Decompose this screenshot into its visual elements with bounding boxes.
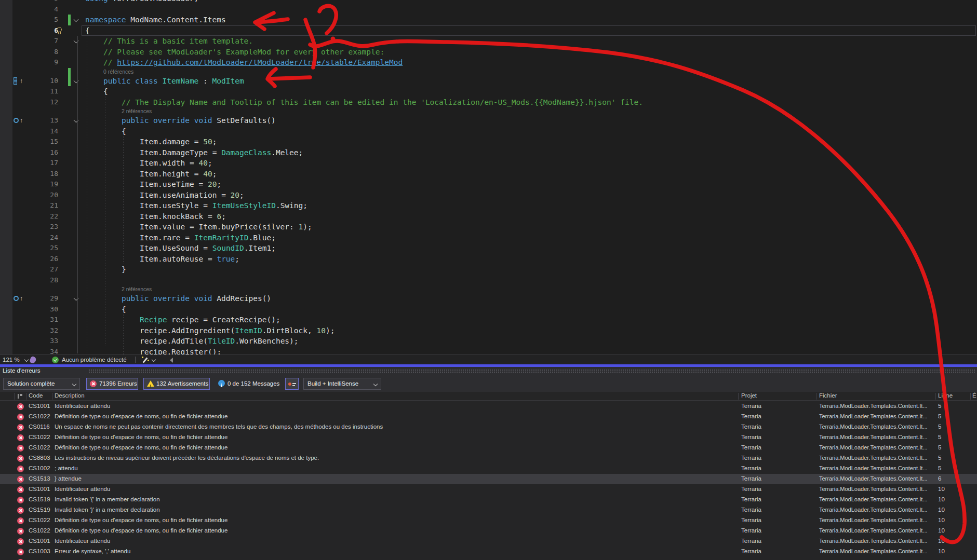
errors-filter-button[interactable]: 71396 Erreurs [86, 378, 138, 390]
column-header-code[interactable]: Code [29, 392, 43, 399]
column-separator[interactable] [26, 393, 26, 400]
line-number: 23 [30, 222, 58, 233]
code-token: Terraria.ModLoader; [112, 0, 198, 3]
error-line: 5 [938, 444, 941, 450]
error-row[interactable] [0, 557, 977, 560]
line-number: 30 [30, 304, 58, 315]
line-number: 14 [30, 126, 58, 137]
error-icon [17, 403, 24, 410]
fold-chevron-icon[interactable] [74, 18, 78, 22]
code-token: 40 [203, 170, 212, 178]
override-indicator-icon[interactable]: ↑ [14, 294, 27, 303]
line-number: 16 [30, 147, 58, 158]
error-row[interactable]: CS1519Invalid token '{' in a member decl… [0, 495, 977, 505]
column-header-fichier[interactable]: Fichier [819, 392, 837, 399]
warnings-filter-button[interactable]: 132 Avertissements [143, 378, 210, 390]
code-line: 28 [0, 275, 977, 286]
chevron-down-icon[interactable] [25, 358, 29, 361]
info-icon [218, 380, 225, 387]
error-description: Définition de type ou d'espace de noms, … [55, 434, 227, 440]
column-header-[interactable]: É [972, 392, 976, 399]
pen-shape [142, 357, 148, 363]
filter-button[interactable] [285, 378, 299, 390]
error-row[interactable]: CS1022Définition de type ou d'espace de … [0, 412, 977, 422]
error-row[interactable]: CS1519Invalid token '}' in a member decl… [0, 505, 977, 515]
up-arrow-icon: ↑ [20, 116, 23, 125]
chevron-down-icon[interactable] [152, 358, 156, 361]
scroll-left-arrow[interactable] [170, 358, 173, 363]
error-row[interactable]: CS1022Définition de type ou d'espace de … [0, 432, 977, 443]
error-row[interactable]: CS1001Identificateur attenduTerrariaTerr… [0, 536, 977, 547]
code-cleanup-icon[interactable] [142, 357, 149, 363]
column-separator[interactable] [970, 393, 971, 400]
zoom-level-dropdown[interactable]: 121 % [3, 355, 20, 364]
error-row[interactable]: CS1022Définition de type ou d'espace de … [0, 443, 977, 453]
divider [135, 357, 136, 363]
error-row[interactable]: CS1001Identificateur attenduTerrariaTerr… [0, 401, 977, 412]
code-token: Item.autoReuse = [140, 255, 217, 263]
error-code: CS1022 [29, 517, 50, 523]
code-text: recipe.AddTile(TileID.WorkBenches); [140, 336, 299, 347]
codelens-references-link[interactable]: 2 références [122, 108, 152, 114]
messages-filter-button[interactable]: 0 de 152 Messages [215, 378, 283, 390]
code-token: ); [326, 326, 334, 335]
error-description: Définition de type ou d'espace de noms, … [55, 413, 227, 419]
inheritance-indicator-icon[interactable]: ↑ [14, 77, 27, 85]
line-number: 21 [30, 200, 58, 211]
lightbulb-icon[interactable] [56, 27, 63, 35]
column-separator[interactable] [817, 393, 817, 400]
code-text: Item.rare = ItemRarityID.Blue; [140, 233, 276, 243]
code-token: .Item1; [244, 244, 276, 252]
build-intellisense-dropdown[interactable]: Build + IntelliSense [303, 378, 381, 390]
code-token: ); [303, 223, 312, 231]
indent-guide [105, 97, 105, 346]
column-header-description[interactable]: Description [55, 392, 85, 399]
code-health-icon[interactable] [29, 356, 36, 364]
column-separator[interactable] [935, 393, 936, 400]
override-indicator-icon[interactable]: ↑ [14, 116, 27, 125]
drag-handle-dots[interactable] [88, 369, 975, 374]
error-list-titlebar[interactable]: Liste d'erreurs [0, 367, 977, 376]
severity-column-icon[interactable] [18, 394, 22, 399]
error-description: Les instructions de niveau supérieur doi… [55, 455, 319, 461]
error-row[interactable]: CS1001Identificateur attenduTerrariaTerr… [0, 484, 977, 495]
line-number: 12 [30, 97, 58, 108]
column-header-ligne[interactable]: Ligne [938, 392, 953, 399]
code-text: { [122, 304, 126, 315]
code-token: { [122, 305, 126, 313]
error-row[interactable]: CS8803Les instructions de niveau supérie… [0, 453, 977, 463]
line-number: 31 [30, 315, 58, 325]
error-description: ; attendu [55, 465, 78, 471]
column-separator[interactable] [14, 393, 15, 400]
warnings-filter-label: 132 Avertissements [156, 378, 208, 389]
up-arrow-icon: ↑ [20, 294, 23, 303]
error-row[interactable]: CS1003Erreur de syntaxe, ',' attenduTerr… [0, 547, 977, 557]
error-file: Terraria.ModLoader.Templates.Content.It.… [819, 444, 928, 450]
health-status-text[interactable]: Aucun problème détecté [62, 355, 127, 364]
codelens-references-link[interactable]: 2 références [122, 286, 152, 292]
code-link[interactable]: https://github.com/tModLoader/tModLoader… [117, 58, 403, 66]
code-line: 8// Please see tModLoader's ExampleMod f… [0, 47, 977, 58]
error-code: CS1519 [29, 507, 50, 513]
column-separator[interactable] [738, 393, 739, 400]
error-code: CS1022 [29, 527, 50, 534]
code-token: SetDefaults() [217, 116, 276, 125]
error-file: Terraria.ModLoader.Templates.Content.It.… [819, 413, 928, 419]
codelens-references-link[interactable]: 0 références [103, 69, 133, 75]
error-row[interactable]: CS1002; attenduTerrariaTerraria.ModLoade… [0, 463, 977, 474]
code-token: ModItem [212, 77, 244, 85]
code-token: Item.UseSound = [140, 244, 212, 252]
column-separator[interactable] [52, 393, 52, 400]
error-row[interactable]: CS1022Définition de type ou d'espace de … [0, 515, 977, 526]
error-row[interactable]: CS0116Un espace de noms ne peut pas cont… [0, 422, 977, 432]
error-icon [17, 507, 24, 514]
code-token: ; [235, 255, 239, 263]
line-number: 9 [30, 57, 58, 68]
error-row[interactable]: CS1022Définition de type ou d'espace de … [0, 526, 977, 536]
error-row[interactable]: CS1513} attendueTerrariaTerraria.ModLoad… [0, 474, 977, 484]
line-number: 25 [30, 243, 58, 254]
error-line: 6 [938, 475, 941, 482]
code-editor[interactable]: 3using Terraria.ModLoader;45namespace Mo… [0, 0, 977, 354]
scope-dropdown[interactable]: Solution complète [3, 378, 80, 390]
column-header-projet[interactable]: Projet [741, 392, 757, 399]
